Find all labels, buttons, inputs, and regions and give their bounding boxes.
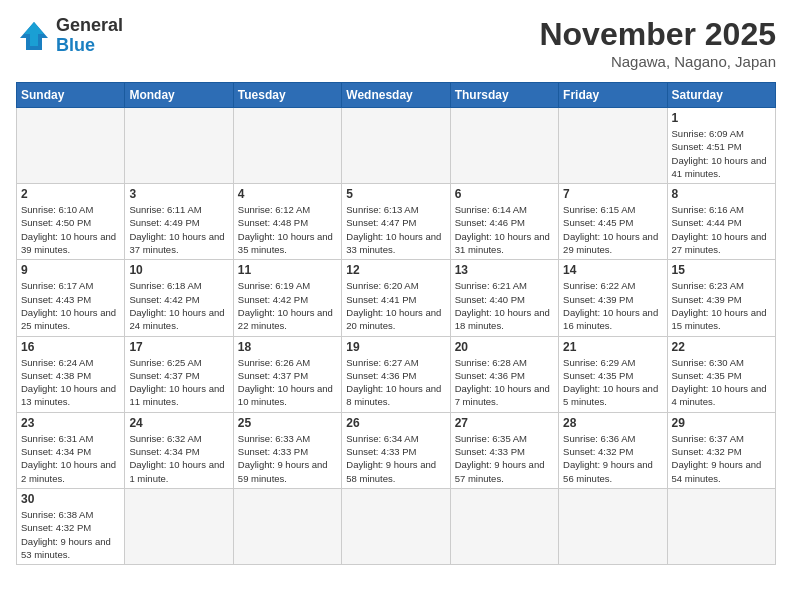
week-row-1: 1Sunrise: 6:09 AM Sunset: 4:51 PM Daylig… <box>17 108 776 184</box>
day-info: Sunrise: 6:33 AM Sunset: 4:33 PM Dayligh… <box>238 432 337 485</box>
day-info: Sunrise: 6:28 AM Sunset: 4:36 PM Dayligh… <box>455 356 554 409</box>
day-info: Sunrise: 6:23 AM Sunset: 4:39 PM Dayligh… <box>672 279 771 332</box>
day-number: 30 <box>21 492 120 506</box>
day-number: 22 <box>672 340 771 354</box>
day-number: 15 <box>672 263 771 277</box>
day-number: 10 <box>129 263 228 277</box>
calendar-cell: 28Sunrise: 6:36 AM Sunset: 4:32 PM Dayli… <box>559 412 667 488</box>
calendar-cell: 16Sunrise: 6:24 AM Sunset: 4:38 PM Dayli… <box>17 336 125 412</box>
day-info: Sunrise: 6:20 AM Sunset: 4:41 PM Dayligh… <box>346 279 445 332</box>
day-info: Sunrise: 6:38 AM Sunset: 4:32 PM Dayligh… <box>21 508 120 561</box>
header-monday: Monday <box>125 83 233 108</box>
day-number: 27 <box>455 416 554 430</box>
day-info: Sunrise: 6:18 AM Sunset: 4:42 PM Dayligh… <box>129 279 228 332</box>
calendar-cell: 26Sunrise: 6:34 AM Sunset: 4:33 PM Dayli… <box>342 412 450 488</box>
day-info: Sunrise: 6:09 AM Sunset: 4:51 PM Dayligh… <box>672 127 771 180</box>
header-friday: Friday <box>559 83 667 108</box>
calendar-cell: 14Sunrise: 6:22 AM Sunset: 4:39 PM Dayli… <box>559 260 667 336</box>
calendar-cell: 15Sunrise: 6:23 AM Sunset: 4:39 PM Dayli… <box>667 260 775 336</box>
calendar-cell: 11Sunrise: 6:19 AM Sunset: 4:42 PM Dayli… <box>233 260 341 336</box>
calendar-cell <box>125 488 233 564</box>
week-row-3: 9Sunrise: 6:17 AM Sunset: 4:43 PM Daylig… <box>17 260 776 336</box>
day-number: 16 <box>21 340 120 354</box>
week-row-6: 30Sunrise: 6:38 AM Sunset: 4:32 PM Dayli… <box>17 488 776 564</box>
calendar-cell: 9Sunrise: 6:17 AM Sunset: 4:43 PM Daylig… <box>17 260 125 336</box>
day-info: Sunrise: 6:27 AM Sunset: 4:36 PM Dayligh… <box>346 356 445 409</box>
day-info: Sunrise: 6:15 AM Sunset: 4:45 PM Dayligh… <box>563 203 662 256</box>
day-info: Sunrise: 6:29 AM Sunset: 4:35 PM Dayligh… <box>563 356 662 409</box>
calendar-cell: 20Sunrise: 6:28 AM Sunset: 4:36 PM Dayli… <box>450 336 558 412</box>
day-info: Sunrise: 6:21 AM Sunset: 4:40 PM Dayligh… <box>455 279 554 332</box>
calendar-cell: 6Sunrise: 6:14 AM Sunset: 4:46 PM Daylig… <box>450 184 558 260</box>
day-info: Sunrise: 6:34 AM Sunset: 4:33 PM Dayligh… <box>346 432 445 485</box>
calendar-cell: 22Sunrise: 6:30 AM Sunset: 4:35 PM Dayli… <box>667 336 775 412</box>
day-number: 19 <box>346 340 445 354</box>
header-tuesday: Tuesday <box>233 83 341 108</box>
day-info: Sunrise: 6:37 AM Sunset: 4:32 PM Dayligh… <box>672 432 771 485</box>
day-number: 7 <box>563 187 662 201</box>
calendar-cell <box>559 488 667 564</box>
day-info: Sunrise: 6:16 AM Sunset: 4:44 PM Dayligh… <box>672 203 771 256</box>
calendar-cell: 17Sunrise: 6:25 AM Sunset: 4:37 PM Dayli… <box>125 336 233 412</box>
calendar-cell: 30Sunrise: 6:38 AM Sunset: 4:32 PM Dayli… <box>17 488 125 564</box>
calendar-cell: 27Sunrise: 6:35 AM Sunset: 4:33 PM Dayli… <box>450 412 558 488</box>
location: Nagawa, Nagano, Japan <box>539 53 776 70</box>
week-row-5: 23Sunrise: 6:31 AM Sunset: 4:34 PM Dayli… <box>17 412 776 488</box>
calendar-cell <box>342 108 450 184</box>
day-number: 8 <box>672 187 771 201</box>
day-number: 28 <box>563 416 662 430</box>
calendar-cell: 21Sunrise: 6:29 AM Sunset: 4:35 PM Dayli… <box>559 336 667 412</box>
calendar-cell: 2Sunrise: 6:10 AM Sunset: 4:50 PM Daylig… <box>17 184 125 260</box>
calendar-cell: 5Sunrise: 6:13 AM Sunset: 4:47 PM Daylig… <box>342 184 450 260</box>
day-number: 5 <box>346 187 445 201</box>
week-row-4: 16Sunrise: 6:24 AM Sunset: 4:38 PM Dayli… <box>17 336 776 412</box>
calendar-cell <box>17 108 125 184</box>
title-block: November 2025 Nagawa, Nagano, Japan <box>539 16 776 70</box>
day-info: Sunrise: 6:13 AM Sunset: 4:47 PM Dayligh… <box>346 203 445 256</box>
calendar-cell: 10Sunrise: 6:18 AM Sunset: 4:42 PM Dayli… <box>125 260 233 336</box>
calendar-cell <box>342 488 450 564</box>
day-number: 12 <box>346 263 445 277</box>
day-number: 21 <box>563 340 662 354</box>
day-number: 1 <box>672 111 771 125</box>
calendar-cell: 1Sunrise: 6:09 AM Sunset: 4:51 PM Daylig… <box>667 108 775 184</box>
calendar-cell <box>125 108 233 184</box>
day-info: Sunrise: 6:35 AM Sunset: 4:33 PM Dayligh… <box>455 432 554 485</box>
day-info: Sunrise: 6:26 AM Sunset: 4:37 PM Dayligh… <box>238 356 337 409</box>
day-number: 9 <box>21 263 120 277</box>
day-number: 29 <box>672 416 771 430</box>
day-number: 6 <box>455 187 554 201</box>
day-info: Sunrise: 6:10 AM Sunset: 4:50 PM Dayligh… <box>21 203 120 256</box>
day-info: Sunrise: 6:24 AM Sunset: 4:38 PM Dayligh… <box>21 356 120 409</box>
calendar-cell: 3Sunrise: 6:11 AM Sunset: 4:49 PM Daylig… <box>125 184 233 260</box>
calendar-cell: 13Sunrise: 6:21 AM Sunset: 4:40 PM Dayli… <box>450 260 558 336</box>
calendar-cell <box>233 108 341 184</box>
day-info: Sunrise: 6:17 AM Sunset: 4:43 PM Dayligh… <box>21 279 120 332</box>
day-number: 23 <box>21 416 120 430</box>
day-info: Sunrise: 6:31 AM Sunset: 4:34 PM Dayligh… <box>21 432 120 485</box>
day-info: Sunrise: 6:22 AM Sunset: 4:39 PM Dayligh… <box>563 279 662 332</box>
calendar-cell <box>233 488 341 564</box>
calendar-cell: 19Sunrise: 6:27 AM Sunset: 4:36 PM Dayli… <box>342 336 450 412</box>
month-title: November 2025 <box>539 16 776 53</box>
calendar-cell: 25Sunrise: 6:33 AM Sunset: 4:33 PM Dayli… <box>233 412 341 488</box>
calendar-cell: 4Sunrise: 6:12 AM Sunset: 4:48 PM Daylig… <box>233 184 341 260</box>
calendar-cell: 8Sunrise: 6:16 AM Sunset: 4:44 PM Daylig… <box>667 184 775 260</box>
day-number: 13 <box>455 263 554 277</box>
day-number: 3 <box>129 187 228 201</box>
day-info: Sunrise: 6:36 AM Sunset: 4:32 PM Dayligh… <box>563 432 662 485</box>
day-number: 26 <box>346 416 445 430</box>
week-row-2: 2Sunrise: 6:10 AM Sunset: 4:50 PM Daylig… <box>17 184 776 260</box>
calendar-cell <box>450 488 558 564</box>
calendar-table: SundayMondayTuesdayWednesdayThursdayFrid… <box>16 82 776 565</box>
calendar-cell: 18Sunrise: 6:26 AM Sunset: 4:37 PM Dayli… <box>233 336 341 412</box>
header-saturday: Saturday <box>667 83 775 108</box>
calendar-cell: 24Sunrise: 6:32 AM Sunset: 4:34 PM Dayli… <box>125 412 233 488</box>
calendar-cell <box>559 108 667 184</box>
day-number: 18 <box>238 340 337 354</box>
day-number: 17 <box>129 340 228 354</box>
day-number: 4 <box>238 187 337 201</box>
calendar-cell <box>450 108 558 184</box>
header-wednesday: Wednesday <box>342 83 450 108</box>
day-number: 11 <box>238 263 337 277</box>
